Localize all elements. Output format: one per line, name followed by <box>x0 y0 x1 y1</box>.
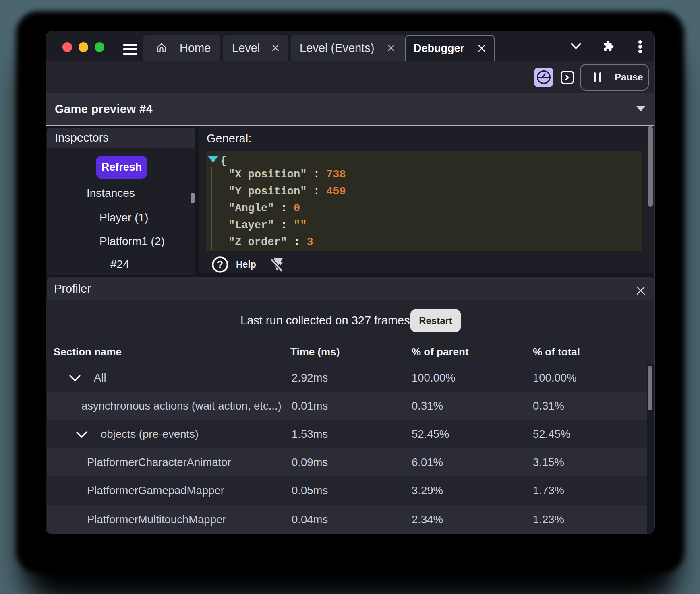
svg-text:?: ? <box>217 259 223 270</box>
